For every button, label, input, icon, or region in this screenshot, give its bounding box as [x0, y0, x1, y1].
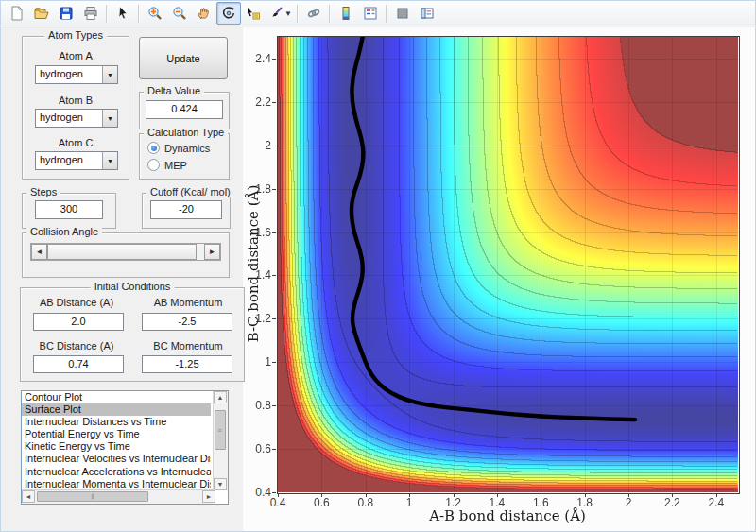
radio-unselected-icon — [147, 159, 160, 171]
save-figure-button[interactable] — [54, 2, 78, 25]
list-item[interactable]: Internuclear Velocities vs Internuclear … — [22, 453, 211, 465]
collision-angle-slider[interactable]: ◄ ► — [30, 243, 221, 261]
horizontal-scroll-thumb[interactable]: ⦀ — [37, 491, 148, 502]
y-axis-label: B-C bond distance (Å) — [245, 185, 262, 343]
zoom-out-icon — [172, 6, 187, 21]
toolbar-separator — [106, 5, 108, 23]
brush-dropdown-caret[interactable]: ▼ — [284, 9, 292, 18]
initial-conditions-title: Initial Conditions — [91, 281, 175, 292]
vertical-scrollbar[interactable]: ▲ ≡ ▼ — [213, 391, 228, 490]
atom-c-value: hydrogen — [40, 154, 83, 165]
open-file-button[interactable] — [29, 2, 54, 25]
ab-distance-label: AB Distance (A) — [21, 297, 132, 308]
slider-right-arrow[interactable]: ► — [204, 244, 220, 260]
rotate-3d-icon — [221, 6, 236, 21]
dynamics-radio[interactable]: Dynamics — [147, 142, 210, 154]
chevron-down-icon[interactable]: ▼ — [102, 66, 117, 83]
link-plot-button[interactable] — [301, 2, 326, 25]
insert-legend-button[interactable] — [358, 2, 383, 25]
insert-colorbar-button[interactable] — [334, 2, 358, 25]
steps-panel: Steps 300 — [22, 193, 116, 229]
horizontal-scrollbar[interactable]: ◄ ⦀ ► — [22, 489, 215, 504]
list-item[interactable]: Potential Energy vs Time — [22, 428, 211, 440]
show-plot-tools-button[interactable] — [415, 2, 439, 25]
scroll-down-arrow[interactable]: ▼ — [214, 478, 227, 490]
floppy-disk-icon — [59, 6, 74, 21]
new-document-icon — [9, 6, 25, 21]
list-item-selected[interactable]: Surface Plot — [22, 403, 211, 416]
list-item[interactable]: Internuclear Distances vs Time — [22, 416, 211, 428]
atom-a-dropdown[interactable]: hydrogen ▼ — [35, 65, 118, 84]
hand-icon — [197, 6, 212, 21]
initial-conditions-panel: Initial Conditions AB Distance (A) AB Mo… — [20, 287, 245, 382]
mep-radio[interactable]: MEP — [147, 159, 187, 171]
bc-distance-field[interactable]: 0.74 — [33, 355, 124, 373]
list-item[interactable]: Kinetic Energy vs Time — [22, 440, 211, 453]
data-cursor-icon — [246, 6, 261, 21]
cutoff-field[interactable]: -20 — [150, 200, 222, 219]
hide-plot-tools-button[interactable] — [390, 2, 415, 25]
chevron-down-icon[interactable]: ▼ — [102, 152, 117, 169]
ab-momentum-field[interactable]: -2.5 — [142, 313, 232, 331]
print-figure-button[interactable] — [78, 2, 103, 25]
atom-a-label: Atom A — [23, 50, 129, 61]
list-item[interactable]: Internuclear Momenta vs Internuclear Dis… — [22, 478, 211, 490]
chain-link-icon — [306, 6, 321, 21]
chevron-down-icon[interactable]: ▼ — [102, 110, 117, 127]
calculation-type-panel: Calculation Type Dynamics MEP — [139, 133, 230, 180]
rotate-3d-button[interactable] — [216, 2, 241, 25]
toolbar-separator — [386, 5, 387, 23]
pan-button[interactable] — [192, 2, 216, 25]
steps-field[interactable]: 300 — [35, 200, 103, 219]
pes-contour-plot[interactable] — [278, 37, 738, 492]
delta-value-panel: Delta Value 0.424 — [139, 92, 230, 129]
new-figure-button[interactable] — [5, 2, 29, 25]
brush-data-button[interactable] — [266, 2, 286, 25]
steps-title: Steps — [26, 186, 60, 197]
atom-c-label: Atom C — [23, 137, 129, 148]
bc-momentum-field[interactable]: -1.25 — [142, 355, 232, 373]
atom-b-value: hydrogen — [40, 112, 83, 123]
slider-left-arrow[interactable]: ◄ — [31, 244, 47, 260]
scroll-right-arrow[interactable]: ► — [202, 490, 215, 503]
update-button[interactable]: Update — [139, 37, 228, 79]
zoom-out-button[interactable] — [167, 2, 192, 25]
scroll-left-arrow[interactable]: ◄ — [22, 490, 35, 503]
delta-value-title: Delta Value — [144, 85, 204, 96]
bc-distance-label: BC Distance (A) — [21, 340, 132, 352]
printer-icon — [83, 6, 98, 21]
atom-c-dropdown[interactable]: hydrogen ▼ — [35, 151, 118, 170]
y-tick-label: 2 — [245, 139, 271, 152]
vertical-scroll-thumb[interactable]: ≡ — [215, 410, 226, 450]
list-item[interactable]: Contour Plot — [22, 391, 211, 403]
delta-value-field[interactable]: 0.424 — [146, 100, 223, 119]
y-tick-label: 0.6 — [245, 442, 271, 455]
dynamics-radio-label: Dynamics — [164, 143, 210, 154]
mep-radio-label: MEP — [164, 160, 187, 171]
x-tick-label: 0.6 — [314, 496, 330, 509]
edit-plot-button[interactable] — [111, 2, 135, 25]
zoom-in-button[interactable] — [143, 2, 167, 25]
app-window: ▼ 0.40.60.811.21.41.61.822.22.40.40.60.8… — [0, 0, 756, 532]
atom-b-label: Atom B — [23, 94, 129, 106]
y-tick-label: 1 — [245, 355, 271, 369]
plot-type-listbox[interactable]: Contour Plot Surface Plot Internuclear D… — [21, 390, 229, 505]
atom-types-title: Atom Types — [44, 29, 107, 41]
cutoff-panel: Cutoff (Kcal/ mol) -20 — [142, 193, 231, 229]
list-item[interactable]: Internuclear Accelerations vs Internucle… — [22, 466, 211, 478]
show-plot-tools-icon — [420, 6, 435, 21]
slider-thumb[interactable] — [47, 244, 197, 260]
data-cursor-button[interactable] — [241, 2, 266, 25]
ab-distance-field[interactable]: 2.0 — [33, 313, 124, 331]
y-tick-label: 0.8 — [245, 399, 271, 412]
atom-types-panel: Atom Types Atom A hydrogen ▼ Atom B hydr… — [22, 36, 129, 180]
x-tick-label: 2.2 — [664, 496, 680, 509]
radio-selected-icon — [147, 142, 160, 154]
hide-plot-tools-icon — [395, 6, 410, 21]
arrow-cursor-icon — [115, 6, 130, 21]
x-tick-label: 1 — [406, 496, 413, 509]
folder-icon — [34, 6, 49, 21]
x-tick-label: 2.4 — [708, 496, 724, 509]
scroll-up-arrow[interactable]: ▲ — [214, 391, 227, 403]
atom-b-dropdown[interactable]: hydrogen ▼ — [35, 109, 118, 128]
